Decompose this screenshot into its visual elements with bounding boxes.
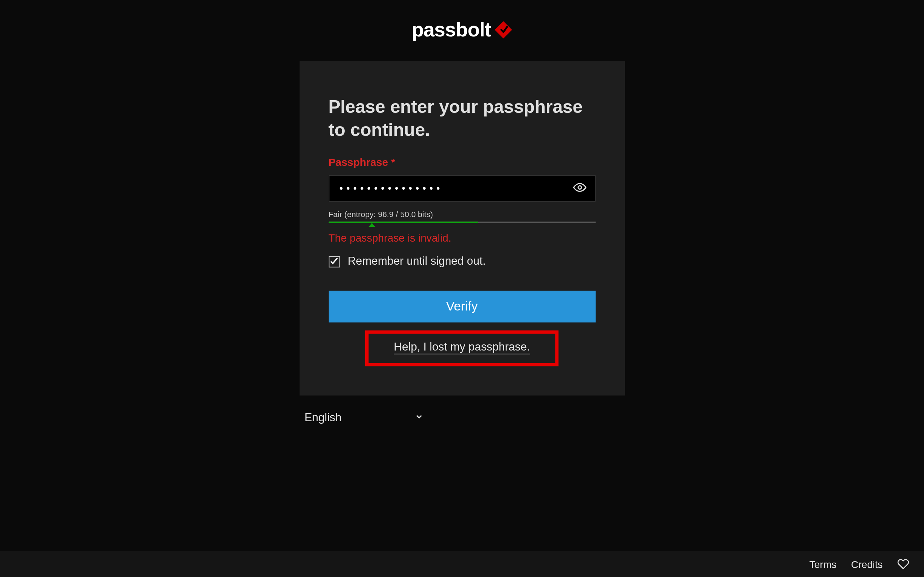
brand-logo: passbolt xyxy=(412,19,512,42)
eye-icon xyxy=(573,181,586,196)
help-link-wrapper: Help, I lost my passphrase. xyxy=(328,331,596,366)
remember-row: Remember until signed out. xyxy=(328,255,596,268)
help-link-highlight: Help, I lost my passphrase. xyxy=(365,331,558,366)
svg-point-1 xyxy=(578,186,581,189)
heart-icon[interactable] xyxy=(897,558,909,570)
passphrase-card: Please enter your passphrase to continue… xyxy=(299,61,625,396)
passphrase-label: Passphrase * xyxy=(328,157,596,169)
strength-marker-icon xyxy=(368,223,375,227)
credits-link[interactable]: Credits xyxy=(851,558,882,569)
verify-button[interactable]: Verify xyxy=(328,291,596,322)
brand-icon xyxy=(495,21,512,39)
logo-container: passbolt xyxy=(0,0,924,61)
terms-link[interactable]: Terms xyxy=(809,558,836,569)
remember-checkbox[interactable] xyxy=(328,256,340,267)
remember-label: Remember until signed out. xyxy=(347,255,486,268)
footer: Terms Credits xyxy=(0,551,924,577)
required-indicator: * xyxy=(391,157,395,168)
svg-rect-0 xyxy=(495,21,512,39)
entropy-text: Fair (entropy: 96.9 / 50.0 bits) xyxy=(328,210,596,219)
language-select[interactable]: English xyxy=(305,411,424,425)
passphrase-input[interactable] xyxy=(328,175,596,202)
language-row: English xyxy=(299,411,625,425)
lost-passphrase-link[interactable]: Help, I lost my passphrase. xyxy=(394,340,530,355)
strength-bar xyxy=(328,222,596,223)
brand-name: passbolt xyxy=(412,19,491,42)
strength-fill xyxy=(328,222,478,223)
passphrase-input-wrapper xyxy=(328,175,596,202)
card-title: Please enter your passphrase to continue… xyxy=(328,95,596,142)
error-message: The passphrase is invalid. xyxy=(328,232,596,244)
chevron-down-icon xyxy=(415,411,424,425)
language-selected: English xyxy=(305,411,342,425)
toggle-visibility-button[interactable] xyxy=(570,178,589,199)
